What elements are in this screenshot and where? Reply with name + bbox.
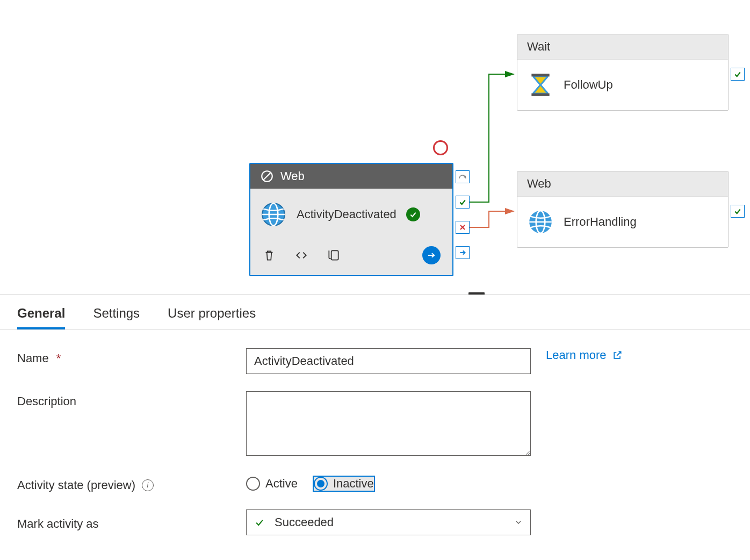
node-name: ActivityDeactivated [297, 207, 396, 221]
learn-more-link[interactable]: Learn more [546, 348, 623, 362]
tab-general[interactable]: General [17, 306, 65, 329]
svg-rect-11 [531, 74, 549, 76]
radio-inactive[interactable]: Inactive [313, 476, 375, 492]
breakpoint-marker[interactable] [433, 140, 448, 155]
pipeline-canvas[interactable]: Web ActivityDeactivated Wait FollowUp We… [0, 0, 750, 295]
properties-panel: General Settings User properties Name * … [0, 295, 750, 554]
svg-rect-12 [531, 94, 549, 96]
name-input[interactable] [246, 348, 531, 374]
radio-active[interactable]: Active [246, 477, 298, 491]
mark-activity-label: Mark activity as [17, 514, 246, 531]
globe-icon [527, 209, 554, 235]
node-name: FollowUp [564, 78, 613, 92]
external-link-icon [612, 350, 623, 361]
node-type-label: Web [280, 169, 305, 183]
completion-port[interactable] [456, 246, 470, 259]
copy-button[interactable] [327, 248, 341, 262]
name-label: Name * [17, 348, 246, 365]
activity-state-radios: Active Inactive [246, 476, 375, 492]
code-button[interactable] [293, 248, 309, 262]
activity-node-error[interactable]: Web ErrorHandling [517, 171, 729, 248]
success-connector [470, 70, 518, 204]
deactivated-icon [260, 169, 274, 183]
chevron-down-icon [514, 518, 523, 527]
activity-node-followup[interactable]: Wait FollowUp [517, 34, 729, 111]
tab-settings[interactable]: Settings [93, 306, 140, 329]
check-icon [254, 517, 265, 528]
activity-state-label: Activity state (preview) i [17, 475, 246, 492]
success-port[interactable] [731, 68, 745, 81]
node-toolbar [250, 240, 452, 275]
tab-user-properties[interactable]: User properties [168, 306, 256, 329]
node-body: FollowUp [517, 60, 728, 110]
node-body: ErrorHandling [517, 197, 728, 247]
delete-button[interactable] [262, 248, 276, 262]
check-badge-icon [406, 207, 420, 221]
svg-line-1 [263, 172, 271, 180]
node-body: ActivityDeactivated [250, 189, 452, 240]
success-port[interactable] [456, 196, 470, 209]
failure-connector [470, 211, 518, 232]
tabs: General Settings User properties [0, 295, 750, 330]
globe-icon [260, 201, 287, 228]
mark-activity-select[interactable]: Succeeded [246, 509, 531, 535]
node-header: Web [517, 171, 728, 197]
description-label: Description [17, 391, 246, 408]
info-icon[interactable]: i [142, 479, 154, 491]
node-name: ErrorHandling [564, 215, 637, 229]
description-input[interactable] [246, 391, 531, 456]
failure-port[interactable] [456, 221, 470, 234]
node-header: Web [250, 164, 452, 189]
undo-port[interactable] [456, 170, 470, 183]
hourglass-icon [527, 71, 554, 98]
node-header: Wait [517, 34, 728, 60]
success-port[interactable] [731, 205, 745, 218]
activity-node-main[interactable]: Web ActivityDeactivated [249, 163, 453, 276]
expand-button[interactable] [422, 246, 441, 264]
svg-rect-6 [331, 250, 338, 260]
general-form: Name * Learn more Description Activity s… [0, 330, 750, 554]
